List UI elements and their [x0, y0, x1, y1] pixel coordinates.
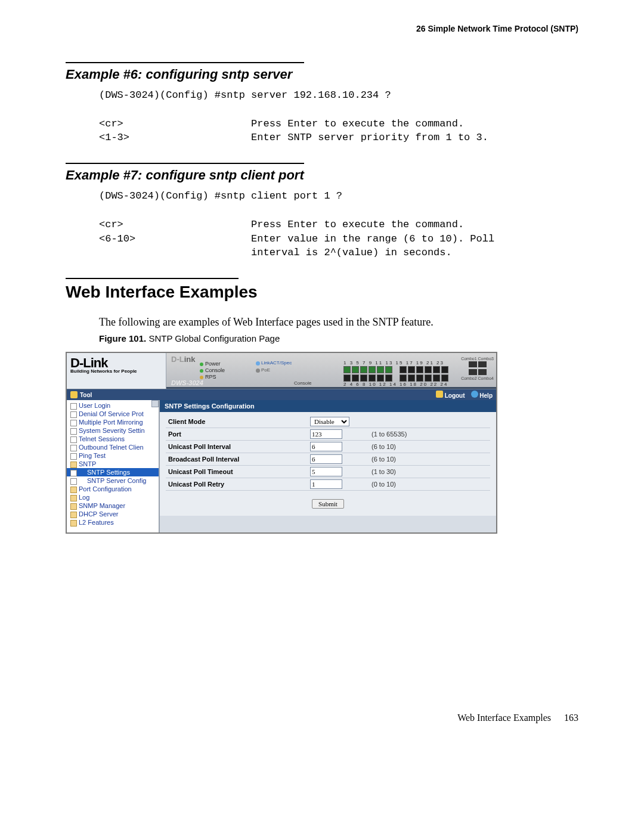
tree-item[interactable]: DHCP Server — [67, 510, 159, 518]
setting-hint: (6 to 10) — [369, 453, 490, 466]
setting-input[interactable] — [310, 454, 342, 464]
brand-tagline: Building Networks for People — [70, 368, 162, 374]
settings-table: Client ModeDisablePort(1 to 65535)Unicas… — [166, 416, 490, 491]
setting-label: Port — [166, 428, 308, 441]
tree-item[interactable]: Outbound Telnet Clien — [67, 443, 159, 451]
help-link[interactable]: Help — [479, 392, 493, 399]
tree-item[interactable]: Multiple Port Mirroring — [67, 418, 159, 426]
tool-menu[interactable]: Tool — [80, 392, 92, 398]
tree-item[interactable]: Telnet Sessions — [67, 435, 159, 443]
setting-label: Unicast Poll Interval — [166, 441, 308, 453]
setting-hint — [369, 416, 490, 428]
tree-item[interactable]: Denial Of Service Prot — [67, 410, 159, 418]
link-label: LinkACT/Spec — [256, 360, 292, 366]
submit-button[interactable]: Submit — [312, 499, 344, 509]
logout-icon[interactable] — [436, 391, 443, 398]
setting-label: Unicast Poll Retry — [166, 478, 308, 491]
figure-title: SNTP Global Configuration Page — [148, 333, 280, 343]
logout-link[interactable]: Logout — [445, 392, 465, 399]
setting-input[interactable]: Disable — [310, 417, 349, 426]
device-banner: D-Link Power Console RPS LinkACT/Spec Po… — [166, 353, 496, 389]
setting-label: Unicast Poll Timeout — [166, 466, 308, 478]
setting-label: Broadcast Poll Interval — [166, 453, 308, 466]
setting-hint: (1 to 30) — [369, 466, 490, 478]
setting-row: Client ModeDisable — [166, 416, 490, 428]
web-examples-heading: Web Interface Examples — [66, 283, 578, 302]
sntp-screenshot: D-Link Building Networks for People D-Li… — [66, 352, 497, 534]
example6-cli: (DWS-3024)(Config) #sntp server 192.168.… — [99, 88, 578, 145]
tree-item[interactable]: Ping Test — [67, 451, 159, 460]
tool-icon[interactable] — [70, 391, 78, 398]
setting-input[interactable] — [310, 479, 342, 489]
setting-row: Port(1 to 65535) — [166, 428, 490, 441]
web-intro: The following are examples of Web Interf… — [99, 316, 578, 329]
page-footer: Web Interface Examples 163 — [66, 713, 578, 723]
example6-title: Example #6: configuring sntp server — [66, 67, 578, 82]
setting-hint: (1 to 65535) — [369, 428, 490, 441]
tree-item[interactable]: SNTP Settings — [67, 468, 159, 476]
figure-caption: Figure 101. SNTP Global Configuration Pa… — [99, 333, 578, 343]
poe-label: PoE — [256, 367, 270, 373]
setting-hint: (0 to 10) — [369, 478, 490, 491]
panel-title: SNTP Settings Configuration — [160, 400, 496, 412]
setting-hint: (6 to 10) — [369, 441, 490, 453]
rule — [66, 278, 239, 279]
rule — [66, 163, 304, 164]
rule — [66, 62, 304, 63]
setting-row: Broadcast Poll Interval(6 to 10) — [166, 453, 490, 466]
console-label: Console — [294, 380, 311, 386]
tree-item[interactable]: User Login — [67, 401, 159, 410]
figure-num: Figure 101. — [99, 333, 148, 343]
banner-brand: D-Link — [171, 355, 195, 364]
toolbar: Tool Logout Help — [67, 389, 496, 400]
tree-item[interactable]: Log — [67, 493, 159, 501]
setting-input[interactable] — [310, 467, 342, 476]
setting-label: Client Mode — [166, 416, 308, 428]
tree-item[interactable]: SNTP Server Config — [67, 476, 159, 485]
example7-title: Example #7: configure sntp client port — [66, 168, 578, 183]
port-strip: 1 3 5 7 9 11 13 15 17 19 21 23 2 4 6 8 1… — [343, 360, 448, 388]
tree-item[interactable]: L2 Features — [67, 518, 159, 527]
tree-item[interactable]: SNMP Manager — [67, 501, 159, 510]
combo-ports: Combo1 Combo3 Combo2 Combo4 — [461, 357, 494, 380]
setting-row: Unicast Poll Interval(6 to 10) — [166, 441, 490, 453]
setting-input[interactable] — [310, 429, 342, 439]
device-model: DWS-3024 — [171, 379, 203, 386]
help-icon[interactable] — [471, 391, 478, 398]
footer-page-number: 163 — [564, 713, 578, 723]
tree-item[interactable]: System Severity Settin — [67, 426, 159, 435]
setting-row: Unicast Poll Retry(0 to 10) — [166, 478, 490, 491]
nav-tree[interactable]: User LoginDenial Of Service ProtMultiple… — [67, 400, 160, 532]
banner-leds: Power Console RPS — [200, 361, 225, 380]
tree-item[interactable]: Port Configuration — [67, 485, 159, 493]
tree-item[interactable]: SNTP — [67, 460, 159, 468]
example7-cli: (DWS-3024)(Config) #sntp client port 1 ?… — [99, 189, 578, 260]
logo-pane: D-Link Building Networks for People — [67, 353, 166, 389]
footer-section: Web Interface Examples — [457, 713, 551, 723]
setting-row: Unicast Poll Timeout(1 to 30) — [166, 466, 490, 478]
setting-input[interactable] — [310, 442, 342, 451]
running-head: 26 Simple Network Time Protocol (SNTP) — [66, 24, 578, 33]
